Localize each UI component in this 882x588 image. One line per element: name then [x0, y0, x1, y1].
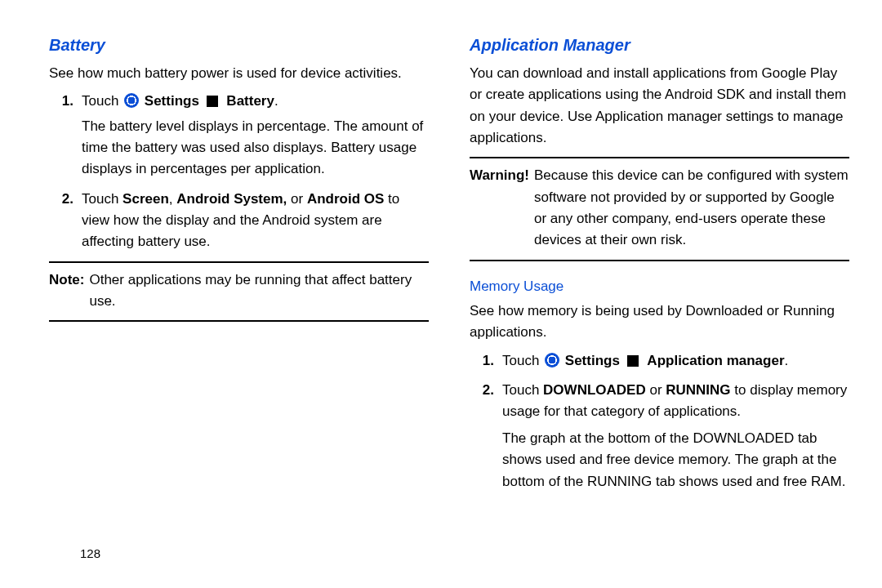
right-column: Application Manager You can download and… [470, 33, 849, 588]
settings-icon [124, 93, 139, 108]
settings-label: Settings [145, 93, 199, 109]
divider [470, 260, 849, 261]
warning-body: Because this device can be configured wi… [534, 165, 849, 251]
divider [470, 157, 849, 158]
text: or [287, 191, 307, 207]
settings-icon [545, 353, 559, 368]
dot: . [785, 353, 789, 368]
step-number: 1. [49, 91, 82, 180]
divider [49, 320, 429, 322]
target-label: Battery [226, 93, 274, 109]
step-number: 2. [470, 380, 502, 492]
memory-step-1: 1. Touch Settings Application manager. [470, 350, 849, 372]
text: Touch [82, 191, 122, 207]
divider [49, 261, 429, 263]
battery-intro: See how much battery power is used for d… [49, 63, 429, 84]
step-desc: The battery level displays in percentage… [82, 116, 429, 180]
left-column: Battery See how much battery power is us… [49, 33, 429, 588]
memory-step-2: 2. Touch DOWNLOADED or RUNNING to displa… [470, 380, 849, 492]
subheading-memory: Memory Usage [470, 276, 849, 297]
step-number: 2. [49, 189, 82, 253]
bold-text: RUNNING [666, 382, 730, 398]
heading-battery: Battery [49, 33, 429, 58]
memory-intro: See how memory is being used by Download… [470, 301, 849, 344]
bold-text: Android System, [176, 191, 287, 207]
heading-appmgr: Application Manager [470, 33, 849, 58]
bold-text: Screen [122, 191, 169, 207]
text: Touch [82, 93, 122, 109]
warning-label: Warning! [470, 165, 529, 251]
manual-page: Battery See how much battery power is us… [0, 0, 882, 588]
bold-text: Android OS [307, 191, 384, 207]
memory-steps: 1. Touch Settings Application manager. 2… [470, 350, 849, 492]
note-body: Other applications may be running that a… [89, 270, 429, 313]
note-block: Note: Other applications may be running … [49, 270, 429, 313]
step-body: Touch Screen, Android System, or Android… [82, 189, 429, 253]
dot: . [274, 93, 278, 109]
text: Touch [502, 353, 543, 368]
step-number: 1. [470, 350, 502, 372]
arrow-icon [207, 96, 218, 107]
warning-block: Warning! Because this device can be conf… [470, 165, 849, 251]
page-number: 128 [80, 546, 100, 560]
arrow-icon [627, 355, 639, 367]
appmgr-intro: You can download and install application… [470, 63, 849, 149]
text: , [169, 191, 176, 207]
settings-label: Settings [565, 353, 620, 368]
step-body: Touch Settings Application manager. [502, 350, 849, 372]
battery-steps: 1. Touch Settings Battery. The battery l… [49, 91, 429, 252]
battery-step-1: 1. Touch Settings Battery. The battery l… [49, 91, 429, 180]
note-label: Note: [49, 270, 84, 313]
bold-text: DOWNLOADED [543, 382, 646, 398]
text: or [646, 382, 666, 398]
target-label: Application manager [647, 353, 784, 368]
step-body: Touch Settings Battery. The battery leve… [82, 91, 429, 180]
battery-step-2: 2. Touch Screen, Android System, or Andr… [49, 189, 429, 253]
step-desc: The graph at the bottom of the DOWNLOADE… [502, 428, 849, 492]
step-body: Touch DOWNLOADED or RUNNING to display m… [502, 380, 849, 492]
text: Touch [502, 382, 543, 398]
